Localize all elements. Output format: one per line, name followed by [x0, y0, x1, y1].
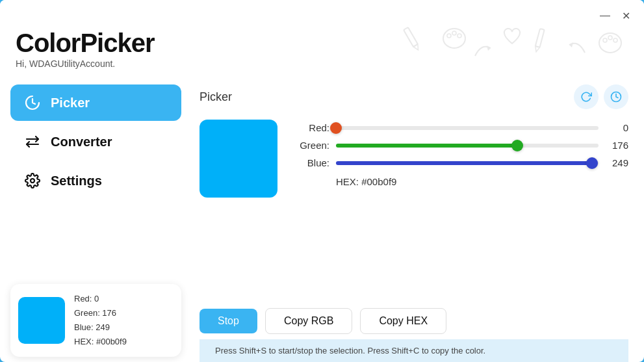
card-green: Green: 176 [74, 306, 127, 320]
card-red: Red: 0 [74, 292, 127, 306]
title-bar: — ✕ [0, 0, 644, 29]
status-bar: Press Shift+S to start/stop the selectio… [200, 339, 628, 362]
sidebar-item-picker[interactable]: Picker [10, 84, 181, 121]
copy-rgb-button[interactable]: Copy RGB [265, 308, 352, 334]
main-color-swatch [200, 120, 277, 198]
red-label: Red: [293, 122, 329, 133]
red-slider-track[interactable] [336, 126, 599, 130]
blue-slider-track[interactable] [336, 161, 599, 165]
converter-label: Converter [51, 135, 112, 149]
refresh-icon [580, 91, 592, 103]
close-button[interactable]: ✕ [615, 5, 636, 26]
color-card: Red: 0 Green: 176 Blue: 249 HEX: #00b0f9 [10, 284, 181, 357]
content-panel: Picker [192, 79, 644, 362]
svg-point-14 [31, 179, 34, 183]
sidebar-item-converter[interactable]: Converter [10, 123, 181, 160]
minimize-button[interactable]: — [595, 5, 615, 26]
green-slider-thumb[interactable] [511, 140, 523, 151]
main-content: Picker Converter [0, 79, 644, 362]
green-slider-track[interactable] [336, 144, 599, 148]
picker-label: Picker [51, 96, 90, 110]
action-buttons-row: Stop Copy RGB Copy HEX [200, 308, 628, 334]
blue-slider-thumb[interactable] [586, 157, 598, 169]
blue-value: 249 [605, 157, 628, 168]
status-text: Press Shift+S to start/stop the selectio… [215, 346, 485, 356]
converter-icon [23, 133, 42, 151]
content-title: Picker [200, 90, 232, 104]
card-color-swatch [18, 297, 65, 344]
color-info: Red: 0 Green: 176 Blue: 249 HEX: #00b0f9 [74, 292, 127, 349]
content-header: Picker [200, 84, 628, 109]
picker-area: Red: 0 Green: 176 [200, 120, 628, 295]
hex-display: HEX: #00b0f9 [293, 176, 628, 187]
green-value: 176 [605, 140, 628, 151]
clock-icon [610, 91, 622, 103]
picker-icon [23, 94, 42, 112]
app-title: ColorPicker [16, 29, 628, 57]
green-slider-row: Green: 176 [293, 140, 628, 151]
red-slider-thumb[interactable] [330, 122, 342, 134]
card-hex: HEX: #00b0f9 [74, 335, 127, 349]
sidebar: Picker Converter [0, 79, 192, 362]
header-subtitle: Hi, WDAGUtilityAccount. [16, 58, 628, 69]
red-value: 0 [605, 122, 628, 133]
copy-hex-button[interactable]: Copy HEX [360, 308, 446, 334]
blue-slider-row: Blue: 249 [293, 157, 628, 168]
card-blue: Blue: 249 [74, 320, 127, 335]
settings-icon [23, 172, 42, 190]
blue-label: Blue: [293, 157, 329, 168]
picker-action-btn-1[interactable] [574, 84, 599, 109]
settings-label: Settings [51, 174, 102, 188]
app-window: — ✕ ColorPicker Hi, WDAGUtilityAccount. [0, 0, 644, 362]
header: ColorPicker Hi, WDAGUtilityAccount. [0, 29, 644, 79]
sidebar-item-settings[interactable]: Settings [10, 162, 181, 199]
picker-action-btn-2[interactable] [604, 84, 628, 109]
sliders-container: Red: 0 Green: 176 [293, 120, 628, 187]
green-label: Green: [293, 140, 329, 151]
content-actions [574, 84, 628, 109]
stop-button[interactable]: Stop [200, 309, 257, 333]
red-slider-row: Red: 0 [293, 122, 628, 133]
